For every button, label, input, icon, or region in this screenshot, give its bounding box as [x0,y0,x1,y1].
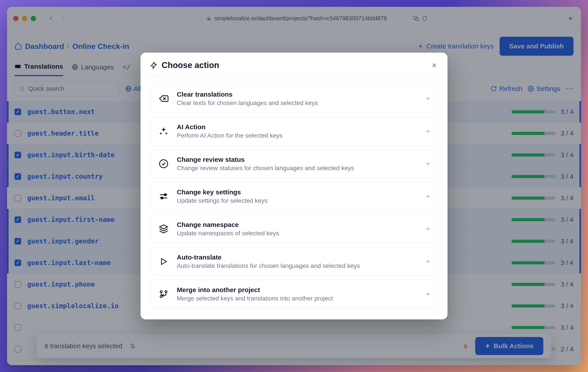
svg-point-25 [164,194,166,196]
layers-icon [158,223,169,235]
action-title: Change namespace [177,221,417,229]
action-title: Auto-translate [177,253,417,261]
backspace-icon [158,93,169,104]
modal-title: Choose action [162,61,219,70]
arrow-right-icon [424,161,430,167]
bolt-icon [150,62,158,69]
action-item[interactable]: AI ActionPerform AI Action for the selec… [150,117,438,145]
arrow-right-icon [424,259,430,264]
action-item[interactable]: Clear translationsClear texts for chosen… [150,84,438,113]
action-title: Change review status [177,156,417,163]
action-item[interactable]: Change key settingsUpdate settings for s… [150,182,438,211]
browser-window: simplelocalize.io/dashboard/projects/?ha… [7,7,581,365]
action-title: Clear translations [177,91,417,98]
svg-marker-29 [160,225,168,229]
play-icon [158,256,169,267]
action-subtitle: Change review statuses for chosen langua… [177,165,417,172]
action-item[interactable]: Change review statusChange review status… [150,150,438,178]
check-icon [158,158,169,169]
action-subtitle: Auto-translate translations for chosen l… [177,263,417,269]
svg-marker-31 [161,259,167,265]
svg-point-27 [161,197,163,199]
arrow-right-icon [424,96,430,101]
action-item[interactable]: Auto-translateAuto-translate translation… [150,247,438,276]
arrow-right-icon [424,291,430,297]
choose-action-modal: Choose action Clear translationsClear te… [140,53,448,319]
action-subtitle: Clear texts for chosen languages and sel… [177,99,417,107]
arrow-right-icon [424,128,430,134]
sparkle-icon [158,125,169,137]
action-subtitle: Update namespaces of selected keys [177,230,417,237]
svg-point-33 [160,291,162,293]
merge-icon [158,288,169,300]
svg-point-34 [160,295,162,297]
svg-point-35 [165,291,167,293]
action-title: Merge into another project [177,286,417,294]
action-title: Change key settings [177,188,417,196]
action-title: AI Action [177,123,417,131]
action-item[interactable]: Merge into another projectMerge selected… [150,280,438,308]
action-subtitle: Merge selected keys and translations int… [177,295,417,302]
action-subtitle: Perform AI Action for the selected keys [177,132,417,139]
arrow-right-icon [424,226,430,232]
modal-overlay[interactable]: Choose action Clear translationsClear te… [7,7,581,365]
modal-close[interactable] [431,62,438,69]
sliders-icon [158,191,169,202]
svg-point-22 [160,160,168,168]
action-subtitle: Update settings for selected keys [177,197,417,204]
arrow-right-icon [424,194,430,199]
action-item[interactable]: Change namespaceUpdate namespaces of sel… [150,215,438,243]
